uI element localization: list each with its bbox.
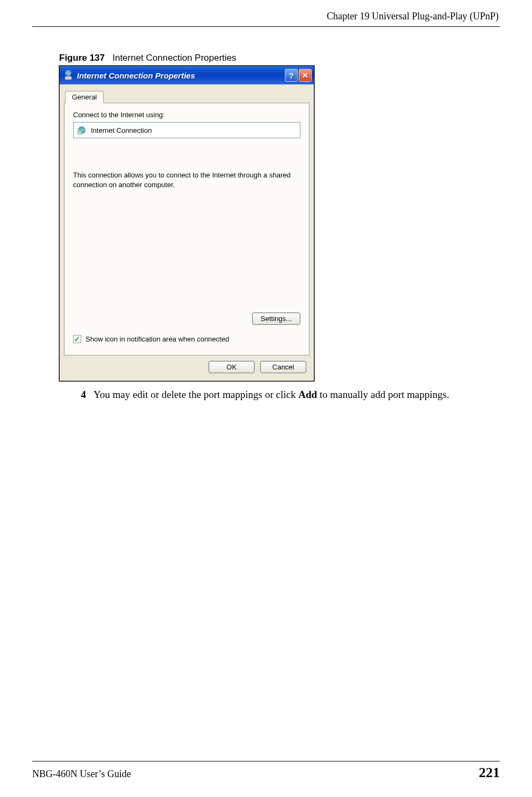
footer-guide-name: NBG-460N User’s Guide: [32, 768, 131, 780]
instruction-step-4: 4 You may edit or delete the port mappin…: [78, 388, 500, 402]
svg-rect-1: [65, 76, 71, 80]
header-rule: [32, 26, 500, 27]
connection-properties-icon: [63, 70, 74, 81]
settings-button[interactable]: Settings...: [252, 312, 300, 325]
tab-general[interactable]: General: [65, 91, 104, 103]
dialog-title: Internet Connection Properties: [77, 71, 285, 80]
figure-caption: Figure 137 Internet Connection Propertie…: [59, 53, 500, 63]
step-number: 4: [78, 389, 86, 401]
help-button[interactable]: ?: [285, 69, 298, 82]
connection-name: Internet Connection: [91, 126, 152, 134]
footer-page-number: 221: [479, 765, 500, 781]
step-text-before: You may edit or delete the port mappings…: [94, 389, 298, 400]
step-text-after: to manually add port mappings.: [317, 389, 449, 400]
tab-strip: General: [64, 89, 310, 103]
show-icon-checkbox[interactable]: ✓: [73, 335, 81, 343]
tab-panel-general: Connect to the Internet using: Internet …: [64, 103, 310, 355]
connect-using-label: Connect to the Internet using:: [73, 111, 300, 119]
show-icon-label: Show icon in notification area when conn…: [85, 335, 229, 343]
globe-icon: [77, 125, 87, 135]
ok-button[interactable]: OK: [209, 361, 255, 373]
properties-dialog: Internet Connection Properties ? ✕ Gener…: [59, 66, 314, 381]
figure-caption-text: Internet Connection Properties: [112, 53, 236, 63]
show-icon-checkbox-row[interactable]: ✓ Show icon in notification area when co…: [73, 335, 229, 343]
figure-label: Figure 137: [59, 53, 105, 63]
connection-description: This connection allows you to connect to…: [73, 170, 300, 189]
step-text-bold: Add: [298, 389, 317, 400]
dialog-titlebar[interactable]: Internet Connection Properties ? ✕: [60, 66, 314, 84]
close-button[interactable]: ✕: [299, 69, 312, 82]
step-text: You may edit or delete the port mappings…: [94, 388, 494, 402]
cancel-button[interactable]: Cancel: [260, 361, 306, 373]
svg-rect-3: [77, 131, 82, 134]
page-footer: NBG-460N User’s Guide 221: [32, 761, 500, 781]
footer-rule: [32, 761, 500, 762]
connection-listbox[interactable]: Internet Connection: [73, 122, 300, 138]
chapter-title: Chapter 19 Universal Plug-and-Play (UPnP…: [32, 11, 500, 22]
dialog-button-row: OK Cancel: [64, 355, 310, 376]
